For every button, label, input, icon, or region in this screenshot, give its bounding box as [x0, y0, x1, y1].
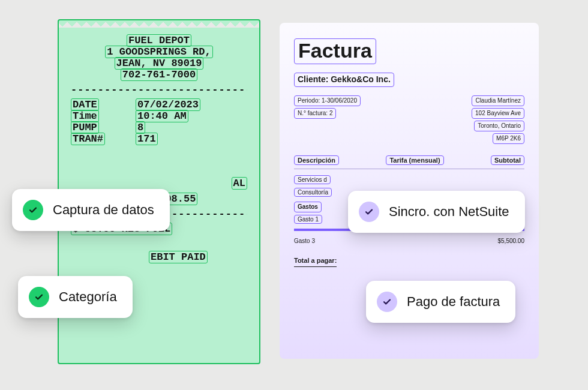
- receipt-tran-value: 171: [136, 133, 158, 145]
- invoice-contact-name: Claudia Martínez: [472, 95, 524, 106]
- receipt-addr2: JEAN, NV 89019: [115, 57, 204, 70]
- invoice-section-gastos: Gastos: [294, 202, 322, 212]
- receipt-tran-label: TRAN#: [71, 133, 105, 145]
- pill-captura-de-datos[interactable]: Captura de datos: [12, 189, 170, 231]
- invoice-gasto1-label: Gasto 1: [294, 215, 322, 224]
- invoice-contact-city: Toronto, Ontario: [474, 121, 524, 131]
- invoice-client: Cliente: Gekko&Co Inc.: [294, 73, 394, 87]
- invoice-title: Factura: [294, 38, 376, 64]
- invoice-period: Periodo: 1-30/06/2020: [294, 95, 361, 106]
- pill-sincro-netsuite[interactable]: Sincro. con NetSuite: [348, 191, 525, 233]
- invoice-contact-zip: M6P 2K6: [493, 133, 524, 144]
- receipt-debit-paid: EBIT PAID: [149, 251, 208, 263]
- invoice-line-services: Servicios d: [294, 175, 331, 184]
- invoice-total-label: Total a pagar:: [294, 257, 337, 267]
- receipt-pump-label: PUMP: [71, 121, 99, 134]
- receipt-date-label: DATE: [71, 98, 99, 111]
- receipt-time-label: Time: [71, 110, 99, 122]
- invoice-gasto3-amount: $5,500.00: [498, 237, 525, 245]
- receipt-addr1: 1 GOODSPRINGS RD,: [105, 46, 212, 58]
- receipt-zigzag-edge: [58, 19, 260, 28]
- pill-label: Categoría: [59, 289, 117, 305]
- check-icon: [29, 287, 49, 307]
- check-icon: [359, 202, 379, 222]
- invoice-col-subtotal: Subtotal: [491, 155, 524, 165]
- pill-categoria[interactable]: Categoría: [18, 276, 133, 318]
- receipt-store: FUEL DEPOT: [127, 34, 191, 47]
- invoice-number: N.° factura: 2: [294, 108, 336, 119]
- receipt-time-value: 10:40 AM: [136, 110, 188, 122]
- pill-label: Sincro. con NetSuite: [389, 204, 509, 220]
- check-icon: [23, 200, 43, 220]
- invoice-contact-addr: 102 Bayview Ave: [472, 108, 524, 119]
- receipt-separator: ----------------------------: [71, 84, 247, 95]
- receipt-phone: 702-761-7000: [121, 68, 197, 81]
- invoice-column-headers: Descripción Tarifa (mensual) Subtotal: [294, 155, 524, 169]
- receipt-gal-fragment: AL: [232, 177, 247, 190]
- pill-label: Pago de factura: [407, 294, 500, 310]
- pill-pago-de-factura[interactable]: Pago de factura: [366, 281, 515, 323]
- pill-label: Captura de datos: [53, 202, 154, 218]
- check-icon: [377, 292, 397, 312]
- receipt-date-value: 07/02/2023: [136, 98, 200, 111]
- invoice-col-description: Descripción: [294, 155, 339, 165]
- invoice-line-consulting: Consultoría: [294, 188, 332, 197]
- receipt-pump-value: 8: [136, 121, 145, 134]
- invoice-col-rate: Tarifa (mensual): [386, 155, 443, 165]
- invoice-gasto3-label: Gasto 3: [294, 237, 315, 245]
